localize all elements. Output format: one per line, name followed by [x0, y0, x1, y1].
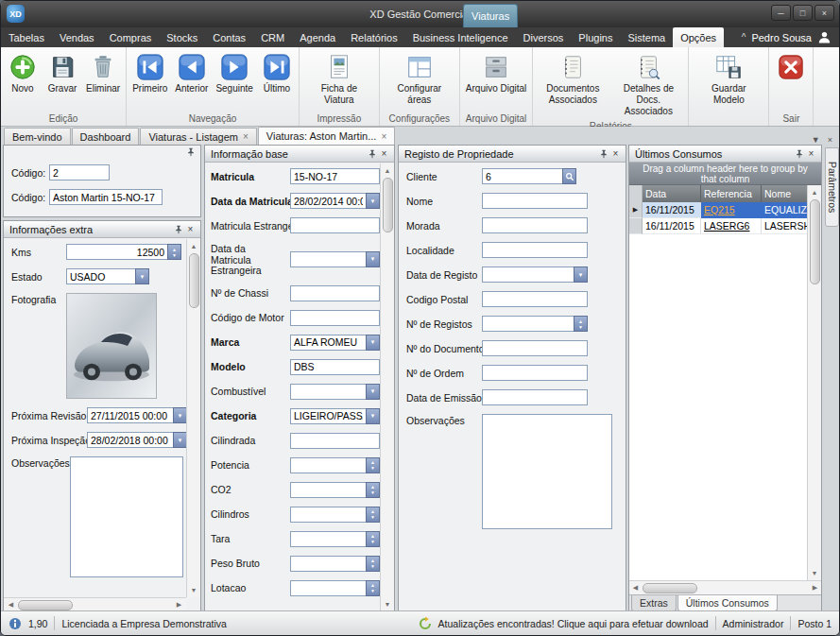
menu-item-contas[interactable]: Contas [205, 27, 253, 47]
dropdown-button[interactable]: ▼ [366, 251, 380, 267]
dropdown-button[interactable]: ▼ [135, 268, 149, 284]
field-input[interactable] [290, 482, 367, 498]
field-input[interactable] [290, 531, 367, 547]
guardar-modelo-button[interactable]: Guardar Modelo [691, 49, 766, 107]
menu-item-compras[interactable]: Compras [102, 27, 160, 47]
scroll-right-icon[interactable]: ▶ [809, 582, 821, 594]
field-input[interactable] [66, 244, 168, 260]
tab-parametros[interactable]: Parâmetros [825, 147, 839, 227]
menu-item-sistema[interactable]: Sistema [620, 27, 673, 47]
exit-button[interactable] [771, 49, 811, 95]
close-button[interactable]: × [814, 5, 834, 21]
panel-close-icon[interactable]: × [378, 147, 390, 160]
scrollbar-thumb[interactable] [643, 583, 697, 593]
tab-close-button[interactable]: × [828, 135, 832, 145]
spinner-button[interactable]: ▲▼ [366, 482, 380, 498]
novo-button[interactable]: Novo [3, 49, 43, 95]
field-input[interactable] [482, 291, 588, 307]
maximize-button[interactable]: □ [793, 5, 813, 21]
dropdown-button[interactable]: ▼ [173, 407, 187, 423]
spinner-button[interactable]: ▲▼ [366, 531, 380, 547]
horizontal-scrollbar[interactable]: ◀ ▶ [629, 580, 821, 594]
tab-dashboard[interactable]: Dashboard [72, 128, 140, 145]
field-input[interactable] [290, 335, 367, 351]
field-input[interactable] [482, 389, 588, 405]
minimize-button[interactable]: ─ [771, 5, 791, 21]
table-row[interactable]: ▶16/11/2015EQ215EQUALIZADO [629, 202, 807, 218]
tab-viaturas-aston-martin[interactable]: Viaturas: Aston Martin...× [258, 127, 395, 145]
menu-item-vendas[interactable]: Vendas [52, 27, 102, 47]
field-input[interactable] [482, 217, 588, 233]
panel-close-icon[interactable]: × [805, 147, 817, 160]
field-input[interactable] [482, 266, 574, 283]
spinner-down-icon[interactable]: ▼ [370, 563, 375, 569]
detalhes-de-docs-associados-button[interactable]: Detalhes de Docs. Associados [610, 49, 686, 118]
tab-viaturas-listagem[interactable]: Viaturas - Listagem× [140, 128, 256, 145]
gravar-button[interactable]: Gravar [43, 49, 82, 95]
vertical-scrollbar[interactable]: ▲ ▼ [380, 163, 394, 611]
dropdown-button[interactable]: ▼ [173, 432, 187, 448]
field-input[interactable] [290, 507, 367, 523]
scroll-up-icon[interactable]: ▲ [809, 186, 821, 198]
field-input[interactable] [290, 310, 380, 326]
dropdown-button[interactable]: ▼ [574, 266, 588, 283]
seguinte-button[interactable]: Seguinte [212, 49, 256, 95]
spinner-down-icon[interactable]: ▼ [370, 490, 375, 495]
field-input[interactable] [290, 580, 367, 596]
spinner-down-icon[interactable]: ▼ [578, 324, 583, 330]
menu-item-opcoes[interactable]: Opções [673, 27, 724, 47]
column-header-data[interactable]: Data [643, 185, 701, 202]
scroll-up-icon[interactable]: ▲ [188, 240, 200, 252]
scroll-down-icon[interactable]: ▼ [188, 584, 200, 596]
spinner-button[interactable]: ▲▼ [167, 244, 181, 260]
field-input[interactable] [482, 365, 588, 381]
field-input[interactable] [482, 242, 588, 258]
field-input[interactable] [87, 407, 174, 423]
field-input[interactable] [290, 193, 367, 209]
configurar-areas-button[interactable]: Configurar áreas [382, 49, 457, 107]
field-input[interactable] [482, 168, 563, 184]
documentos-associados-button[interactable]: Documentos Associados [535, 49, 610, 107]
field-input[interactable] [290, 457, 367, 473]
anterior-button[interactable]: Anterior [171, 49, 212, 95]
scroll-left-icon[interactable]: ◀ [5, 599, 17, 611]
field-input[interactable] [290, 285, 380, 301]
spinner-down-icon[interactable]: ▼ [370, 588, 375, 593]
field-input[interactable] [482, 193, 588, 209]
spinner-button[interactable]: ▲▼ [366, 457, 380, 473]
search-button[interactable] [562, 168, 576, 184]
dropdown-button[interactable]: ▼ [366, 384, 380, 400]
field-input[interactable] [290, 168, 380, 184]
scrollbar-thumb[interactable] [18, 600, 73, 610]
scroll-down-icon[interactable]: ▼ [382, 598, 394, 610]
column-header-nome[interactable]: Nome [762, 185, 807, 202]
spinner-button[interactable]: ▲▼ [574, 316, 588, 332]
ultimo-button[interactable]: Último [257, 49, 297, 95]
dropdown-button[interactable]: ▼ [366, 408, 380, 424]
title-bar[interactable]: XD XD Gestão Comercial Viaturas ─ □ × [1, 1, 839, 27]
primeiro-button[interactable]: Primeiro [129, 49, 171, 95]
horizontal-scrollbar[interactable]: ◀ ▶ [4, 597, 186, 611]
eliminar-button[interactable]: Eliminar [82, 49, 124, 95]
field-input[interactable] [290, 251, 367, 267]
spinner-down-icon[interactable]: ▼ [370, 465, 375, 471]
menu-item-relatorios[interactable]: Relatórios [343, 27, 405, 47]
dropdown-button[interactable]: ▼ [366, 335, 380, 351]
reference-link[interactable]: LASERG6 [701, 218, 762, 234]
pin-icon[interactable] [597, 147, 609, 160]
pin-icon[interactable] [793, 147, 805, 160]
spinner-button[interactable]: ▲▼ [366, 556, 380, 572]
field-input[interactable] [482, 316, 574, 332]
field-input[interactable] [290, 433, 380, 449]
spinner-down-icon[interactable]: ▼ [370, 539, 375, 544]
vertical-scrollbar[interactable]: ▲ ▼ [186, 239, 200, 597]
menu-item-diversos[interactable]: Diversos [516, 27, 572, 47]
reference-link[interactable]: EQ215 [701, 202, 762, 218]
field-input[interactable] [290, 556, 367, 572]
menu-item-plugins[interactable]: Plugins [571, 27, 620, 47]
pin-icon[interactable] [184, 146, 197, 159]
menu-item-business-inteligence[interactable]: Business Inteligence [405, 27, 516, 47]
field-input[interactable] [49, 164, 110, 180]
tab-extras[interactable]: Extras [631, 595, 677, 611]
spinner-button[interactable]: ▲▼ [366, 580, 380, 596]
